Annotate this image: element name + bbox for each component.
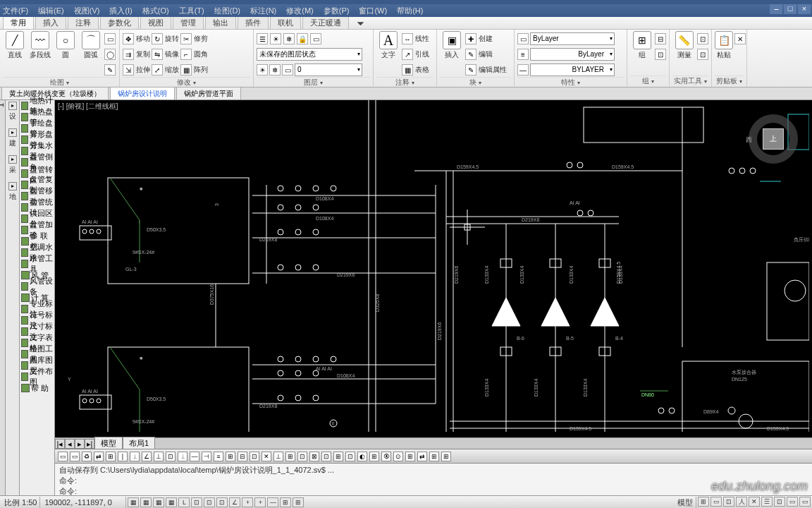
btool-17[interactable]: ✕ xyxy=(262,452,271,461)
menu-tools[interactable]: 工具(T) xyxy=(179,6,204,16)
menu-edit[interactable]: 编辑(E) xyxy=(38,6,64,16)
cmd-rotate[interactable]: ↻旋转 xyxy=(152,32,179,46)
status-btn-9[interactable]: + xyxy=(242,497,253,507)
btool-4[interactable]: ⊞ xyxy=(106,452,116,461)
cmd-leader[interactable]: ↗引线 xyxy=(402,47,429,61)
status-btn-2[interactable]: ▦ xyxy=(153,497,164,507)
layer-current-combo[interactable]: 0 xyxy=(295,64,362,76)
cmd-block-edit[interactable]: ✎编辑 xyxy=(465,47,507,61)
cmd-text[interactable]: A文字 xyxy=(376,31,400,60)
tab-view[interactable]: 视图 xyxy=(140,16,171,29)
status-btn-6[interactable]: ⊡ xyxy=(204,497,215,507)
cmd-insert-block[interactable]: ▣插入 xyxy=(440,31,464,60)
panel-title-layer[interactable]: 图层 xyxy=(257,77,370,87)
menu-insert[interactable]: 插入(I) xyxy=(109,6,132,16)
panel-title-modify[interactable]: 修改 xyxy=(123,77,250,87)
btool-12[interactable]: ⊣ xyxy=(202,452,211,461)
cmd-polyline[interactable]: 〰多段线 xyxy=(28,31,52,60)
menu-dim[interactable]: 标注(N) xyxy=(250,6,276,16)
cmd-dim-linear[interactable]: ↔线性 xyxy=(402,32,429,46)
menu-view[interactable]: 视图(V) xyxy=(74,6,100,16)
tab-plugin[interactable]: 插件 xyxy=(238,16,269,29)
menu-window[interactable]: 窗口(W) xyxy=(359,6,387,16)
layer-state-combo[interactable]: 未保存的图层状态 xyxy=(257,48,362,61)
panel-title-annot[interactable]: 注释 xyxy=(376,77,433,87)
cmd-move[interactable]: ✥移动 xyxy=(123,32,150,46)
cmd-trim[interactable]: ✂修剪 xyxy=(180,32,208,46)
status-r-0[interactable]: 模型 xyxy=(675,497,696,508)
cmd-block-attr[interactable]: ✎编辑属性 xyxy=(465,63,507,77)
btool-9[interactable]: ⊡ xyxy=(166,452,176,461)
expand-0[interactable]: ▸ xyxy=(8,102,17,110)
menu-param[interactable]: 参数(P) xyxy=(324,6,350,16)
cmd-mirror[interactable]: ⇋镜像 xyxy=(152,47,179,61)
btool-22[interactable]: ⊡ xyxy=(321,452,331,461)
status-r-4[interactable]: 人 xyxy=(736,497,747,507)
status-r-9[interactable]: ▭ xyxy=(799,497,811,507)
status-r-2[interactable]: ▭ xyxy=(710,497,722,507)
status-btn-12[interactable]: ⊞ xyxy=(280,497,291,507)
status-r-7[interactable]: ⊡ xyxy=(774,497,785,507)
tab-output[interactable]: 输出 xyxy=(205,16,236,29)
btool-1[interactable]: ▭ xyxy=(70,452,80,461)
nav-cube[interactable]: 上 西 xyxy=(749,114,798,164)
btool-20[interactable]: ⊡ xyxy=(297,452,307,461)
cmd-circle[interactable]: ○圆 xyxy=(54,31,78,60)
cmd-copy[interactable]: ⇉复制 xyxy=(123,47,150,61)
expand-2[interactable]: ▸ xyxy=(8,155,17,164)
status-btn-7[interactable]: ⊡ xyxy=(216,497,228,507)
panel-title-group[interactable]: 组 xyxy=(630,75,666,87)
layout-last[interactable]: ▸| xyxy=(85,439,94,449)
menu-help[interactable]: 帮助(H) xyxy=(397,6,423,16)
btool-10[interactable]: ⟂ xyxy=(178,452,187,461)
expand-1[interactable]: ▸ xyxy=(8,128,17,137)
command-input[interactable] xyxy=(79,487,361,495)
menu-file[interactable]: 文件(F) xyxy=(3,6,28,16)
btool-28[interactable]: ⊙ xyxy=(393,452,403,461)
status-scale[interactable]: 比例 1:50 xyxy=(1,497,40,508)
doc-tab-1[interactable]: 锅炉房设计说明 xyxy=(110,87,175,99)
lineweight-combo[interactable]: ByLayer xyxy=(530,48,615,61)
btool-26[interactable]: ⊞ xyxy=(369,452,379,461)
tab-param[interactable]: 参数化 xyxy=(100,16,139,29)
cmd-measure[interactable]: 📏测量 xyxy=(672,31,696,60)
btool-24[interactable]: ⊡ xyxy=(345,452,355,461)
command-window[interactable]: 自动保存到 C:\Users\lydia\appdata\local\temp\… xyxy=(55,463,812,495)
btool-15[interactable]: ⊟ xyxy=(238,452,247,461)
status-r-5[interactable]: ✕ xyxy=(749,497,760,507)
tab-home[interactable]: 常用 xyxy=(3,16,34,29)
layout-prev[interactable]: ◂ xyxy=(65,439,75,449)
btool-25[interactable]: ◐ xyxy=(357,452,367,461)
side-item-14[interactable]: 水管工具 xyxy=(20,258,54,270)
panel-title-props[interactable]: 特性 xyxy=(517,77,624,87)
status-btn-13[interactable]: ⊞ xyxy=(293,497,304,507)
ribbon-switch-icon[interactable]: ⏷ xyxy=(356,18,365,29)
btool-3[interactable]: ⇄ xyxy=(94,452,104,461)
status-r-6[interactable]: ☰ xyxy=(761,497,773,507)
side-item-16[interactable]: 风管设备 xyxy=(20,281,54,292)
cmd-line[interactable]: ╱直线 xyxy=(3,31,27,60)
status-btn-10[interactable]: + xyxy=(254,497,266,507)
menu-format[interactable]: 格式(O) xyxy=(142,6,169,16)
cmd-paste[interactable]: 📋粘贴 xyxy=(715,31,733,60)
cmd-group[interactable]: ⊞组 xyxy=(630,31,653,60)
cmd-ellipse[interactable]: ◯ xyxy=(104,47,116,61)
panel-title-util[interactable]: 实用工具 xyxy=(672,75,708,87)
tab-insert[interactable]: 插入 xyxy=(35,16,66,29)
btool-8[interactable]: ⊥ xyxy=(154,452,164,461)
cmd-table[interactable]: ▦表格 xyxy=(402,63,429,77)
window-max[interactable]: □ xyxy=(784,4,796,14)
btool-13[interactable]: ≡ xyxy=(214,452,223,461)
status-btn-1[interactable]: ▦ xyxy=(140,497,152,507)
cmd-scale[interactable]: ⤢缩放 xyxy=(152,63,179,77)
tab-annot[interactable]: 注释 xyxy=(68,16,99,29)
cmd-array[interactable]: ▦阵列 xyxy=(180,63,208,77)
btool-21[interactable]: ⊠ xyxy=(309,452,319,461)
btool-16[interactable]: ⊡ xyxy=(250,452,259,461)
status-btn-8[interactable]: ∠ xyxy=(229,497,240,507)
side-item-24[interactable]: 文件布图 xyxy=(20,371,54,382)
btool-18[interactable]: ⊥ xyxy=(273,452,283,461)
btool-14[interactable]: ⊞ xyxy=(226,452,235,461)
status-r-1[interactable]: ⊞ xyxy=(698,497,709,507)
cmd-rect[interactable]: ▭ xyxy=(104,32,116,46)
